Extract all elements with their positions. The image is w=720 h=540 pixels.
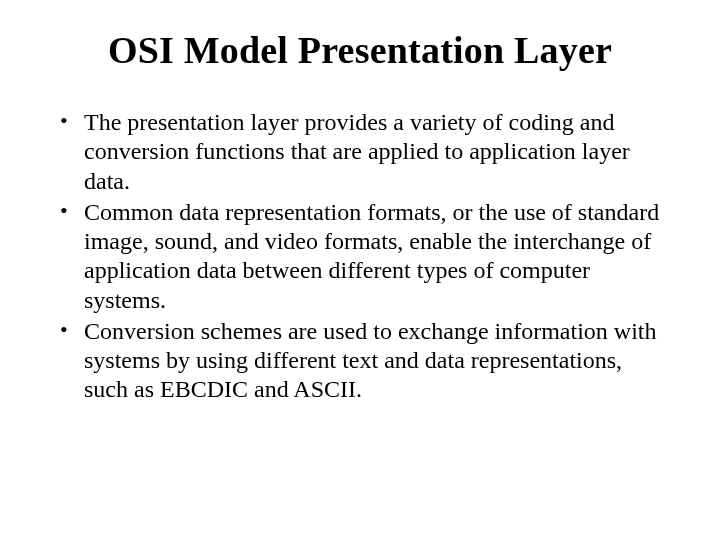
bullet-list: The presentation layer provides a variet…	[48, 108, 672, 405]
list-item: Conversion schemes are used to exchange …	[84, 317, 672, 405]
list-item: The presentation layer provides a variet…	[84, 108, 672, 196]
slide-title: OSI Model Presentation Layer	[48, 28, 672, 72]
list-item: Common data representation formats, or t…	[84, 198, 672, 315]
